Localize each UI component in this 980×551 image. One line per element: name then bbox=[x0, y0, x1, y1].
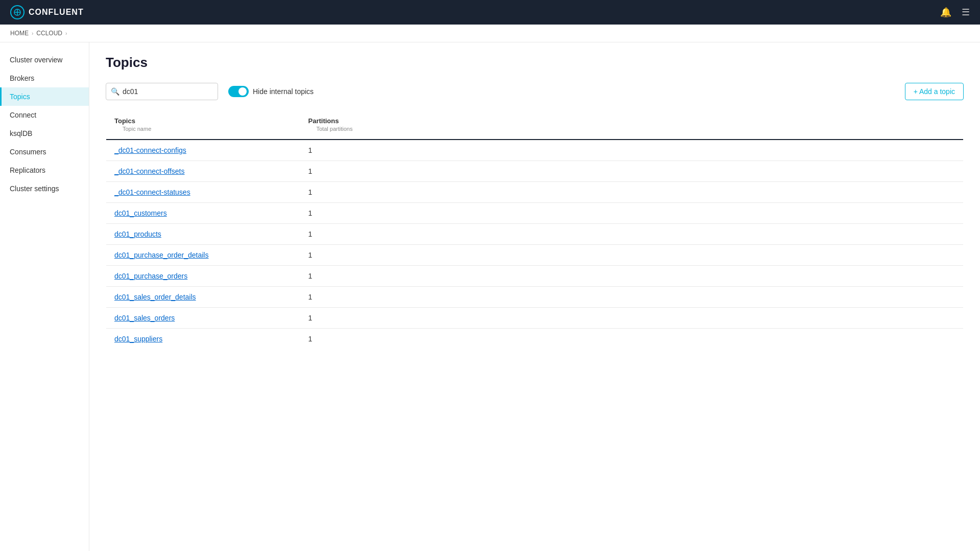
partitions-cell: 1 bbox=[300, 287, 964, 308]
table-row: dc01_purchase_order_details1 bbox=[106, 245, 964, 266]
hide-internal-toggle[interactable] bbox=[228, 86, 249, 97]
topic-name-cell: dc01_products bbox=[106, 224, 300, 245]
layout: Cluster overviewBrokersTopicsConnectksql… bbox=[0, 42, 980, 551]
menu-icon[interactable]: ☰ bbox=[962, 7, 970, 18]
topic-name-cell: dc01_purchase_order_details bbox=[106, 245, 300, 266]
table-row: dc01_suppliers1 bbox=[106, 329, 964, 350]
add-topic-button[interactable]: + Add a topic bbox=[905, 83, 964, 100]
partitions-cell: 1 bbox=[300, 203, 964, 224]
topic-link[interactable]: dc01_sales_order_details bbox=[114, 293, 196, 301]
breadcrumb-sep-1: › bbox=[32, 31, 33, 36]
partitions-cell: 1 bbox=[300, 161, 964, 182]
topic-name-cell: _dc01-connect-statuses bbox=[106, 182, 300, 203]
table-row: _dc01-connect-configs1 bbox=[106, 140, 964, 161]
table-header-row: Topics Topic name Partitions Total parti… bbox=[106, 111, 964, 140]
partitions-cell: 1 bbox=[300, 329, 964, 350]
topic-link[interactable]: dc01_customers bbox=[114, 209, 167, 217]
topic-link[interactable]: _dc01-connect-configs bbox=[114, 146, 186, 154]
topic-link[interactable]: dc01_sales_orders bbox=[114, 314, 175, 322]
table-row: dc01_customers1 bbox=[106, 203, 964, 224]
col-partitions-header: Partitions Total partitions bbox=[300, 111, 964, 140]
topic-name-cell: dc01_sales_order_details bbox=[106, 287, 300, 308]
table-row: _dc01-connect-statuses1 bbox=[106, 182, 964, 203]
breadcrumb-home[interactable]: HOME bbox=[10, 30, 29, 37]
breadcrumb-cluster[interactable]: CCLOUD bbox=[36, 30, 62, 37]
partitions-cell: 1 bbox=[300, 266, 964, 287]
search-input[interactable] bbox=[106, 83, 218, 100]
table-row: dc01_sales_order_details1 bbox=[106, 287, 964, 308]
col-topic-header: Topics Topic name bbox=[106, 111, 300, 140]
sidebar-item-connect[interactable]: Connect bbox=[0, 106, 89, 124]
brand-name: CONFLUENT bbox=[29, 8, 84, 17]
topic-link[interactable]: _dc01-connect-statuses bbox=[114, 188, 190, 196]
table-row: _dc01-connect-offsets1 bbox=[106, 161, 964, 182]
partitions-cell: 1 bbox=[300, 245, 964, 266]
sidebar-item-topics[interactable]: Topics bbox=[0, 87, 89, 106]
partitions-cell: 1 bbox=[300, 308, 964, 329]
topic-link[interactable]: _dc01-connect-offsets bbox=[114, 167, 185, 175]
sidebar-item-replicators[interactable]: Replicators bbox=[0, 161, 89, 179]
search-icon: 🔍 bbox=[111, 87, 119, 96]
topic-link[interactable]: dc01_purchase_orders bbox=[114, 272, 187, 280]
notification-icon[interactable]: 🔔 bbox=[940, 7, 951, 18]
partitions-cell: 1 bbox=[300, 182, 964, 203]
table-row: dc01_sales_orders1 bbox=[106, 308, 964, 329]
sidebar-item-ksqldb[interactable]: ksqlDB bbox=[0, 124, 89, 143]
topic-name-cell: _dc01-connect-offsets bbox=[106, 161, 300, 182]
main-content: Topics 🔍 Hide internal topics + Add a to… bbox=[89, 42, 980, 551]
brand-icon bbox=[10, 5, 25, 19]
sidebar: Cluster overviewBrokersTopicsConnectksql… bbox=[0, 42, 89, 551]
partitions-cell: 1 bbox=[300, 224, 964, 245]
search-box: 🔍 bbox=[106, 83, 218, 100]
table-row: dc01_purchase_orders1 bbox=[106, 266, 964, 287]
toggle-container: Hide internal topics bbox=[228, 86, 314, 97]
sidebar-item-brokers[interactable]: Brokers bbox=[0, 69, 89, 87]
table-row: dc01_products1 bbox=[106, 224, 964, 245]
page-title: Topics bbox=[106, 55, 964, 71]
toolbar-left: 🔍 Hide internal topics bbox=[106, 83, 314, 100]
topic-link[interactable]: dc01_suppliers bbox=[114, 335, 162, 343]
navbar: CONFLUENT 🔔 ☰ bbox=[0, 0, 980, 25]
topics-tbody: _dc01-connect-configs1_dc01-connect-offs… bbox=[106, 140, 964, 350]
toggle-label: Hide internal topics bbox=[253, 87, 314, 96]
topic-name-cell: dc01_purchase_orders bbox=[106, 266, 300, 287]
breadcrumb: HOME › CCLOUD › bbox=[0, 25, 980, 42]
topics-table: Topics Topic name Partitions Total parti… bbox=[106, 110, 964, 350]
breadcrumb-sep-2: › bbox=[65, 31, 67, 36]
navbar-right: 🔔 ☰ bbox=[940, 7, 970, 18]
toolbar: 🔍 Hide internal topics + Add a topic bbox=[106, 83, 964, 100]
brand: CONFLUENT bbox=[10, 5, 84, 19]
topic-name-cell: dc01_sales_orders bbox=[106, 308, 300, 329]
sidebar-item-cluster-overview[interactable]: Cluster overview bbox=[0, 51, 89, 69]
topic-name-cell: dc01_suppliers bbox=[106, 329, 300, 350]
sidebar-item-cluster-settings[interactable]: Cluster settings bbox=[0, 179, 89, 198]
topic-link[interactable]: dc01_purchase_order_details bbox=[114, 251, 208, 259]
topic-name-cell: dc01_customers bbox=[106, 203, 300, 224]
sidebar-item-consumers[interactable]: Consumers bbox=[0, 143, 89, 161]
topic-name-cell: _dc01-connect-configs bbox=[106, 140, 300, 161]
partitions-cell: 1 bbox=[300, 140, 964, 161]
topic-link[interactable]: dc01_products bbox=[114, 230, 161, 238]
